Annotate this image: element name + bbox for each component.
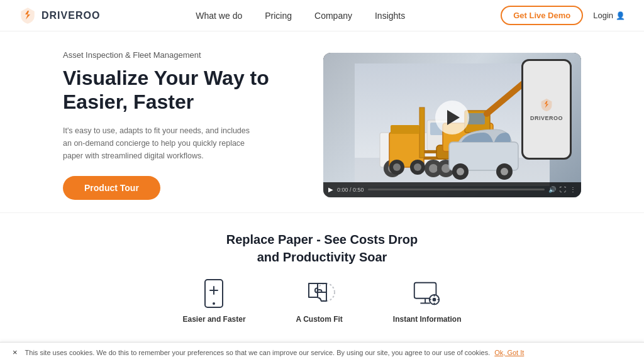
video-controls-bar: ▶ 0:00 / 0:50 🔊 ⛶ ⋮ <box>323 182 581 197</box>
hero-title: Visualize Your Way to Easier, Faster <box>63 66 298 114</box>
cookie-message: This site uses cookies. We do this to re… <box>25 349 631 356</box>
svg-point-34 <box>213 302 215 305</box>
video-controls-icons: 🔊 ⛶ ⋮ <box>548 186 576 193</box>
feature-item-2: Instant Information <box>393 278 462 324</box>
hero-description: It's easy to use, adapts to fit your nee… <box>63 124 258 162</box>
feature-item-0: Easier and Faster <box>183 278 246 324</box>
svg-point-17 <box>393 163 401 171</box>
hero-subtitle: Asset Inspection & Fleet Management <box>63 50 298 60</box>
video-progress-bar[interactable] <box>368 189 545 190</box>
nav-item-what-we-do[interactable]: What we do <box>196 10 242 21</box>
nav-item-insights[interactable]: Insights <box>375 10 405 21</box>
login-button[interactable]: Login 👤 <box>593 11 625 20</box>
play-icon <box>447 110 460 125</box>
video-play-icon[interactable]: ▶ <box>328 186 333 193</box>
video-background: DRIVEROO <box>323 53 581 197</box>
svg-rect-12 <box>419 107 425 158</box>
nav-right: Get Live Demo Login 👤 <box>501 6 625 25</box>
svg-rect-15 <box>391 125 419 134</box>
feature-label-1: A Custom Fit <box>296 315 343 324</box>
phone-brand-label: DRIVEROO <box>530 115 563 121</box>
features-title: Replace Paper - See Costs Drop and Produ… <box>0 231 644 266</box>
volume-icon[interactable]: 🔊 <box>548 186 556 193</box>
get-live-demo-button[interactable]: Get Live Demo <box>501 6 583 25</box>
mobile-plus-icon <box>199 278 230 310</box>
video-time: 0:00 / 0:50 <box>337 187 364 193</box>
video-player[interactable]: DRIVEROO ▶ 0:00 / 0:50 🔊 ⛶ ⋮ <box>323 53 581 197</box>
svg-point-30 <box>501 168 508 175</box>
play-button[interactable] <box>435 101 469 134</box>
svg-point-8 <box>429 164 438 173</box>
svg-rect-23 <box>467 113 485 124</box>
nav-item-company[interactable]: Company <box>314 10 352 21</box>
nav-links: What we do Pricing Company Insights <box>196 10 405 21</box>
brand-name: DRIVEROO <box>42 10 100 21</box>
puzzle-icon <box>304 278 335 310</box>
svg-point-28 <box>457 168 464 175</box>
phone-logo-icon <box>540 97 553 112</box>
features-row: Easier and Faster A Custom Fit <box>0 278 644 324</box>
feature-item-1: A Custom Fit <box>296 278 343 324</box>
monitor-settings-icon <box>411 278 443 310</box>
login-icon: 👤 <box>616 11 625 20</box>
svg-point-19 <box>414 163 421 171</box>
feature-label-2: Instant Information <box>393 315 462 324</box>
product-tour-button[interactable]: Product Tour <box>63 176 160 200</box>
phone-mockup: DRIVEROO <box>521 59 572 160</box>
nav-item-pricing[interactable]: Pricing <box>265 10 292 21</box>
cookie-banner: × This site uses cookies. We do this to … <box>0 342 644 362</box>
navbar: DRIVEROO What we do Pricing Company Insi… <box>0 0 644 31</box>
fullscreen-icon[interactable]: ⛶ <box>560 186 566 193</box>
driveroo-logo-icon <box>19 7 36 25</box>
cookie-ok-link[interactable]: Ok, Got It <box>494 349 524 356</box>
hero-left: Asset Inspection & Fleet Management Visu… <box>63 50 298 200</box>
more-options-icon[interactable]: ⋮ <box>570 186 576 193</box>
hero-right: DRIVEROO ▶ 0:00 / 0:50 🔊 ⛶ ⋮ <box>323 53 581 197</box>
logo[interactable]: DRIVEROO <box>19 7 100 25</box>
hero-section: Asset Inspection & Fleet Management Visu… <box>0 31 644 212</box>
features-section: Replace Paper - See Costs Drop and Produ… <box>0 212 644 334</box>
cookie-close-button[interactable]: × <box>13 348 18 357</box>
svg-point-40 <box>433 298 436 302</box>
feature-label-0: Easier and Faster <box>183 315 246 324</box>
